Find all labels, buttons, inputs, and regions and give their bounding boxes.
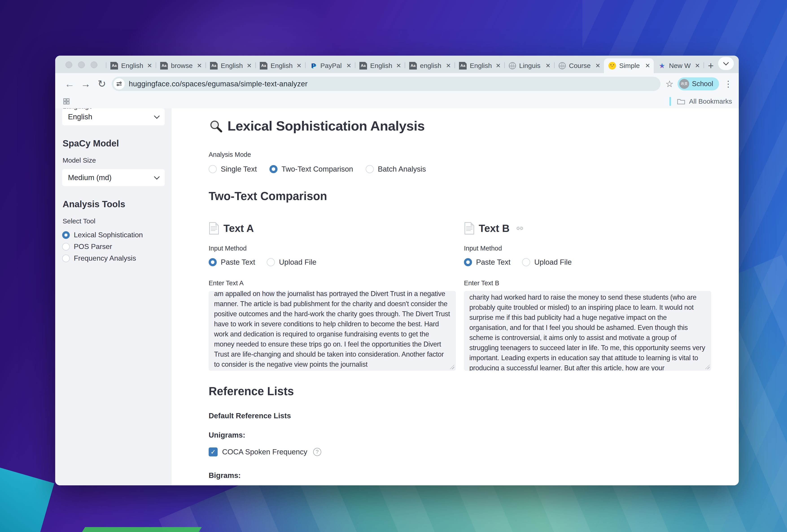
tab-list: English ✕ browse ✕ English ✕ English ✕: [106, 56, 704, 73]
link-icon[interactable]: [516, 224, 524, 232]
apps-grid-icon[interactable]: [63, 98, 70, 105]
input-method-option[interactable]: Paste Text: [209, 258, 255, 267]
all-bookmarks[interactable]: All Bookmarks: [669, 97, 732, 106]
tab-close-icon[interactable]: ✕: [247, 62, 252, 69]
browser-tab[interactable]: Linguis ✕: [504, 58, 554, 73]
tab-close-icon[interactable]: ✕: [645, 62, 650, 69]
tab-close-icon[interactable]: ✕: [197, 62, 202, 69]
site-settings-icon[interactable]: [113, 78, 125, 89]
text-b-column: Text B Input Method: [464, 220, 711, 371]
help-icon[interactable]: ?: [313, 448, 321, 456]
tab-close-icon[interactable]: ✕: [695, 62, 700, 69]
reload-button[interactable]: ↻: [94, 78, 110, 89]
tab-label: English: [121, 62, 144, 69]
url-text[interactable]: huggingface.co/spaces/egumasa/simple-tex…: [129, 80, 307, 88]
resize-handle[interactable]: [450, 365, 454, 369]
tab-favicon: [658, 62, 666, 69]
analysis-mode-option-label: Two-Text Comparison: [281, 165, 353, 173]
magnifier-icon: [209, 119, 223, 133]
input-method-option[interactable]: Upload File: [522, 258, 572, 267]
tab-close-icon[interactable]: ✕: [296, 62, 301, 69]
browser-tab[interactable]: English ✕: [454, 58, 504, 73]
zoom-window-button[interactable]: [91, 61, 98, 68]
radio-icon: [62, 255, 70, 262]
forward-button[interactable]: →: [78, 78, 94, 89]
coca-checkbox-label: COCA Spoken Frequency: [222, 448, 307, 456]
browser-tab[interactable]: Simple ✕: [604, 58, 654, 73]
model-size-select[interactable]: Medium (md): [62, 169, 165, 186]
tool-radio-label: Lexical Sophistication: [74, 231, 143, 239]
text-b-input-method-group: Paste Text Upload File: [464, 258, 711, 267]
browser-tab[interactable]: English ✕: [355, 58, 405, 73]
tab-favicon: [609, 62, 616, 69]
close-window-button[interactable]: [65, 61, 72, 68]
tab-close-icon[interactable]: ✕: [595, 62, 600, 69]
browser-tab[interactable]: English ✕: [106, 58, 156, 73]
text-a-input-method-label: Input Method: [209, 245, 456, 252]
input-method-option-label: Upload File: [534, 258, 572, 267]
tab-favicon: [160, 62, 168, 69]
tool-radio-option[interactable]: POS Parser: [62, 242, 165, 251]
tab-close-icon[interactable]: ✕: [346, 62, 351, 69]
tab-close-icon[interactable]: ✕: [546, 62, 551, 69]
analysis-mode-option[interactable]: Batch Analysis: [366, 165, 426, 173]
avatar: 政貴: [679, 79, 689, 89]
tab-close-icon[interactable]: ✕: [446, 62, 451, 69]
browser-tab[interactable]: New W ✕: [654, 58, 704, 73]
profile-chip[interactable]: 政貴 School: [678, 77, 719, 90]
minimize-window-button[interactable]: [78, 61, 85, 68]
tab-favicon: [459, 62, 467, 69]
tab-favicon: [210, 62, 218, 69]
text-a-textarea-label: Enter Text A: [209, 279, 456, 287]
input-method-option[interactable]: Upload File: [267, 258, 316, 267]
tool-radio-option[interactable]: Frequency Analysis: [62, 254, 165, 262]
tab-overflow-chevron[interactable]: [718, 57, 734, 70]
text-a-content: am appalled on how the journalist has po…: [214, 291, 450, 369]
tab-close-icon[interactable]: ✕: [147, 62, 152, 69]
text-a-input-method-group: Paste Text Upload File: [209, 258, 456, 267]
text-b-input[interactable]: charity had worked hard to raise the mon…: [464, 291, 711, 371]
address-bar[interactable]: huggingface.co/spaces/egumasa/simple-tex…: [112, 77, 660, 91]
browser-tab[interactable]: PayPal ✕: [305, 58, 355, 73]
text-b-heading: Text B: [479, 222, 510, 234]
bookmark-star-icon[interactable]: ☆: [665, 79, 674, 89]
bigrams-label: Bigrams:: [209, 471, 241, 480]
new-tab-button[interactable]: +: [704, 58, 718, 73]
analysis-mode-option[interactable]: Single Text: [209, 165, 257, 173]
text-b-textarea-label: Enter Text B: [464, 279, 711, 287]
page-content: Language English SpaCy Model Model Size …: [55, 108, 739, 485]
browser-tab[interactable]: English ✕: [206, 58, 255, 73]
browser-tab[interactable]: English ✕: [255, 58, 305, 73]
text-b-input-method-label: Input Method: [464, 245, 711, 252]
language-select[interactable]: English: [62, 108, 165, 125]
page-title-row: Lexical Sophistication Analysis: [209, 118, 425, 134]
browser-tab[interactable]: Course ✕: [554, 58, 604, 73]
tab-close-icon[interactable]: ✕: [396, 62, 401, 69]
resize-handle[interactable]: [705, 365, 709, 369]
text-a-input[interactable]: am appalled on how the journalist has po…: [209, 291, 456, 371]
analysis-mode-label: Analysis Mode: [209, 151, 251, 158]
text-b-content: charity had worked hard to raise the mon…: [469, 292, 706, 371]
window-controls: [55, 61, 106, 73]
text-a-heading-row: Text A: [209, 222, 456, 235]
tab-favicon: [359, 62, 367, 69]
unigrams-label: Unigrams:: [209, 431, 245, 439]
browser-menu-icon[interactable]: ⋮: [724, 79, 732, 89]
analysis-mode-option[interactable]: Two-Text Comparison: [270, 165, 353, 173]
tab-label: english: [420, 62, 443, 69]
bookmarks-bar: All Bookmarks: [55, 94, 739, 108]
radio-icon: [270, 165, 277, 173]
browser-tab[interactable]: browse ✕: [156, 58, 206, 73]
tab-favicon: [559, 62, 566, 69]
tab-close-icon[interactable]: ✕: [495, 62, 501, 69]
text-b-heading-row: Text B: [464, 222, 711, 235]
tool-radio-option[interactable]: Lexical Sophistication: [62, 231, 165, 239]
radio-icon: [62, 231, 70, 239]
radio-icon: [267, 258, 275, 266]
browser-tab[interactable]: english ✕: [405, 58, 454, 73]
coca-checkbox[interactable]: [209, 447, 218, 456]
tab-favicon: [509, 62, 516, 69]
back-button[interactable]: ←: [62, 78, 78, 89]
chevron-down-icon: [154, 113, 159, 119]
input-method-option[interactable]: Paste Text: [464, 258, 510, 267]
